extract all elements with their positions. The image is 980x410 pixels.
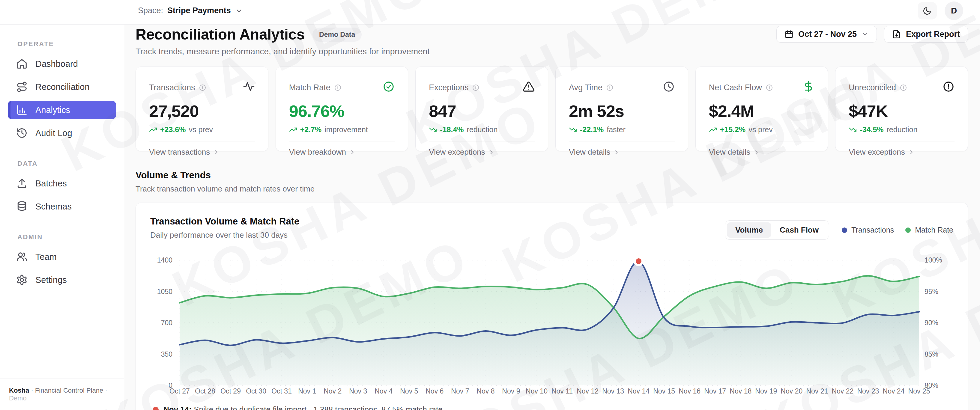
- kpi-link-label: View details: [709, 148, 750, 157]
- svg-text:Oct 29: Oct 29: [220, 387, 241, 395]
- tab-cash-flow[interactable]: Cash Flow: [771, 222, 827, 238]
- svg-text:Nov 7: Nov 7: [451, 387, 469, 395]
- svg-text:Nov 14: Nov 14: [628, 387, 649, 395]
- svg-text:Nov 5: Nov 5: [400, 387, 418, 395]
- kpi-value: 96.76%: [289, 101, 395, 121]
- sidebar-item-team[interactable]: Team: [8, 248, 116, 266]
- svg-text:Nov 6: Nov 6: [426, 387, 444, 395]
- export-report-button[interactable]: Export Report: [884, 26, 968, 43]
- sidebar-top-spacer: [0, 0, 124, 25]
- theme-toggle-button[interactable]: [918, 2, 937, 19]
- chevron-right-icon: [349, 149, 356, 156]
- sidebar-item-analytics[interactable]: Analytics: [8, 101, 116, 119]
- svg-text:700: 700: [161, 319, 172, 327]
- kpi-label: Match Rate: [289, 83, 331, 92]
- svg-text:Nov 4: Nov 4: [375, 387, 393, 395]
- space-picker[interactable]: Space: Stripe Payments: [138, 6, 243, 15]
- kpi-link-view-details[interactable]: View details: [709, 148, 760, 157]
- svg-text:Nov 15: Nov 15: [653, 387, 675, 395]
- kpi-label: Net Cash Flow: [709, 83, 762, 92]
- info-icon[interactable]: [900, 84, 907, 91]
- chart-annotation: Nov 14: Spike due to duplicate file impo…: [153, 405, 442, 410]
- sidebar-item-audit-log[interactable]: Audit Log: [8, 124, 116, 142]
- info-icon[interactable]: [606, 84, 614, 91]
- svg-text:1400: 1400: [157, 256, 172, 264]
- kpi-card-match-rate: Match Rate96.76%+2.7%improvementView bre…: [275, 67, 409, 151]
- kpi-card-exceptions: Exceptions847-18.4%reductionView excepti…: [415, 67, 548, 151]
- svg-text:Nov 20: Nov 20: [781, 387, 802, 395]
- nav-group-data: DATABatchesSchemas: [8, 160, 116, 216]
- kpi-delta: +2.7%: [300, 125, 322, 134]
- kpi-row: Transactions27,520+23.6%vs prevView tran…: [135, 67, 968, 151]
- annotation-dot-icon: [153, 407, 159, 410]
- tab-volume[interactable]: Volume: [727, 222, 771, 238]
- svg-text:Oct 28: Oct 28: [195, 387, 215, 395]
- svg-text:Nov 21: Nov 21: [806, 387, 828, 395]
- sidebar-nav: OPERATEDashboardReconciliationAnalyticsA…: [0, 25, 124, 378]
- info-icon[interactable]: [199, 84, 206, 91]
- check-circle-icon: [383, 81, 395, 92]
- home-icon: [16, 58, 28, 70]
- route-icon: [16, 81, 28, 92]
- demo-data-badge: Demo Data: [312, 27, 362, 42]
- sidebar-item-label: Batches: [35, 179, 67, 189]
- chevron-right-icon: [753, 149, 760, 156]
- kpi-link-view-details[interactable]: View details: [569, 148, 620, 157]
- avatar[interactable]: D: [945, 2, 963, 20]
- kpi-delta-note: reduction: [467, 125, 498, 134]
- svg-text:Nov 22: Nov 22: [832, 387, 853, 395]
- info-icon[interactable]: [334, 84, 342, 91]
- nav-group-operate: OPERATEDashboardReconciliationAnalyticsA…: [8, 40, 116, 142]
- kpi-label: Exceptions: [429, 83, 468, 92]
- sidebar-item-batches[interactable]: Batches: [8, 174, 116, 193]
- main-content: Reconciliation Analytics Demo Data Track…: [124, 25, 980, 410]
- svg-text:1050: 1050: [157, 288, 172, 296]
- kpi-delta: +23.6%: [160, 125, 186, 134]
- chevron-right-icon: [908, 149, 915, 156]
- nav-section-label: OPERATE: [8, 40, 116, 48]
- trend-down-icon: [429, 126, 437, 133]
- avatar-initial: D: [951, 6, 957, 16]
- kpi-value: $2.4M: [709, 101, 815, 121]
- chart-mode-tabs: VolumeCash Flow: [725, 220, 829, 240]
- kpi-link-view-transactions[interactable]: View transactions: [149, 148, 220, 157]
- sidebar-item-reconciliation[interactable]: Reconciliation: [8, 78, 116, 96]
- kpi-link-view-exceptions[interactable]: View exceptions: [429, 148, 495, 157]
- volume-match-chart: 03507001050140080%85%90%95%100%Oct 27Oct…: [136, 254, 968, 398]
- trend-up-icon: [289, 126, 297, 133]
- svg-text:Oct 31: Oct 31: [271, 387, 292, 395]
- svg-text:Nov 16: Nov 16: [679, 387, 700, 395]
- svg-text:Nov 17: Nov 17: [704, 387, 726, 395]
- kpi-link-label: View transactions: [149, 148, 210, 157]
- legend-label: Transactions: [851, 226, 894, 234]
- mode-label: Demo: [9, 394, 27, 402]
- svg-text:90%: 90%: [924, 319, 938, 327]
- moon-icon: [923, 6, 932, 16]
- svg-text:Nov 25: Nov 25: [908, 387, 930, 395]
- nav-section-label: DATA: [8, 160, 116, 167]
- page-subtitle: Track trends, measure performance, and i…: [135, 47, 430, 56]
- chart-card: Transaction Volume & Match Rate Daily pe…: [135, 203, 968, 410]
- kpi-link-view-exceptions[interactable]: View exceptions: [849, 148, 914, 157]
- chevron-right-icon: [488, 149, 495, 156]
- nav-section-label: ADMIN: [8, 233, 116, 241]
- trend-up-icon: [149, 126, 157, 133]
- info-icon[interactable]: [765, 84, 773, 91]
- kpi-delta-note: vs prev: [748, 125, 773, 134]
- svg-text:Nov 3: Nov 3: [349, 387, 367, 395]
- date-range-button[interactable]: Oct 27 - Nov 25: [776, 26, 877, 43]
- sidebar-item-label: Reconciliation: [35, 82, 90, 92]
- svg-text:Nov 24: Nov 24: [883, 387, 905, 395]
- kpi-label: Avg Time: [569, 83, 603, 92]
- kpi-label: Unreconciled: [849, 83, 896, 92]
- kpi-value: 2m 52s: [569, 101, 675, 121]
- sidebar-item-schemas[interactable]: Schemas: [8, 197, 116, 216]
- kpi-link-view-breakdown[interactable]: View breakdown: [289, 148, 356, 157]
- info-icon[interactable]: [472, 84, 479, 91]
- sidebar-item-settings[interactable]: Settings: [8, 271, 116, 289]
- kpi-delta: -22.1%: [580, 125, 604, 134]
- page-title: Reconciliation Analytics: [135, 26, 305, 43]
- sidebar-item-dashboard[interactable]: Dashboard: [8, 54, 116, 73]
- date-range-value: Oct 27 - Nov 25: [798, 30, 857, 39]
- svg-text:Nov 8: Nov 8: [477, 387, 495, 395]
